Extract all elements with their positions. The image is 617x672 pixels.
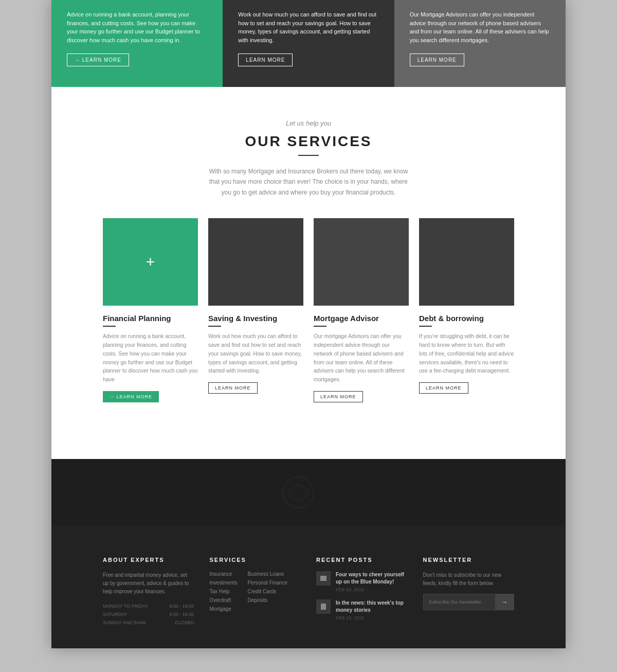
card4-title: Debt & borrowing bbox=[419, 314, 514, 323]
card2-title: Saving & Investing bbox=[208, 314, 303, 323]
services-divider bbox=[298, 155, 319, 156]
hours-time-3: CLOSED bbox=[175, 618, 194, 627]
card3-desc: Our mortgage Advisors can offer you inde… bbox=[314, 332, 409, 384]
banner-col2-text: Work out how much you can afford to save… bbox=[238, 10, 378, 44]
hours-time-2: 9:00 - 16:00 bbox=[169, 610, 194, 618]
plus-icon: + bbox=[146, 253, 155, 271]
page-wrapper: Advice on running a bank account, planni… bbox=[0, 0, 617, 672]
card-financial-planning: + Financial Planning Advice on running a… bbox=[103, 218, 198, 402]
main-section: Let us help you OUR SERVICES With so man… bbox=[51, 87, 566, 459]
service-link-mortgage[interactable]: Mortgage bbox=[210, 606, 238, 612]
footer-decoration bbox=[257, 472, 360, 513]
cards-grid: + Financial Planning Advice on running a… bbox=[103, 218, 514, 402]
newsletter-submit-btn[interactable]: → bbox=[495, 594, 514, 610]
card2-image bbox=[208, 218, 303, 306]
post-item-1: Four ways to cheer yourself up on the Bl… bbox=[316, 571, 408, 592]
footer-posts-title: RECENT POSTS bbox=[316, 557, 408, 563]
content-wrapper: Advice on running a bank account, planni… bbox=[51, 0, 566, 648]
footer-about-desc: Free and impartial money advice, set up … bbox=[103, 571, 194, 596]
hours-day-3: SUNDAY AND BANK bbox=[103, 618, 147, 627]
newsletter-input[interactable] bbox=[424, 594, 496, 610]
footer-services-links: Insurance Investments Tax Help Overdraft… bbox=[210, 571, 301, 615]
post1-icon-inner bbox=[320, 576, 326, 581]
post1-title[interactable]: Four ways to cheer yourself up on the Bl… bbox=[336, 571, 408, 586]
footer-hero bbox=[51, 459, 566, 526]
footer-hours: MONDAY TO FRIDAY 9:00 - 19:00 SATURDAY 9… bbox=[103, 602, 194, 627]
hours-time-1: 9:00 - 19:00 bbox=[169, 602, 194, 610]
card3-title: Mortgage Advisor bbox=[314, 314, 409, 323]
card4-desc: If you're struggling with debt, it can b… bbox=[419, 332, 514, 375]
post2-icon-inner bbox=[321, 604, 326, 610]
footer-cols: ABOUT EXPERTS Free and impartial money a… bbox=[103, 557, 514, 628]
footer-wrapper: ABOUT EXPERTS Free and impartial money a… bbox=[51, 459, 566, 648]
post1-icon bbox=[316, 571, 331, 586]
service-link-investments[interactable]: Investments bbox=[210, 580, 238, 586]
footer-newsletter-desc: Don't miss to subscribe to our new feeds… bbox=[423, 571, 515, 588]
footer-about-title: ABOUT EXPERTS bbox=[103, 557, 194, 563]
hours-day-2: SATURDAY bbox=[103, 610, 128, 618]
service-link-insurance[interactable]: Insurance bbox=[210, 571, 238, 577]
card3-divider bbox=[314, 326, 326, 327]
footer-services: SERVICES Insurance Investments Tax Help … bbox=[210, 557, 301, 628]
hours-row-3: SUNDAY AND BANK CLOSED bbox=[103, 618, 194, 627]
post2-date: FEB 20, 2015 bbox=[336, 615, 408, 621]
newsletter-form: → bbox=[423, 594, 515, 610]
services-header: Let us help you OUR SERVICES With so man… bbox=[103, 118, 514, 198]
card1-btn[interactable]: → LEARN MORE bbox=[103, 391, 159, 402]
post2-icon bbox=[316, 599, 331, 614]
banner-financial-planning: Advice on running a bank account, planni… bbox=[51, 0, 223, 87]
card-mortgage: Mortgage Advisor Our mortgage Advisors c… bbox=[314, 218, 409, 402]
card-debt: Debt & borrowing If you're struggling wi… bbox=[419, 218, 514, 402]
banner-col3-btn[interactable]: LEARN MORE bbox=[410, 54, 464, 66]
card-saving: Saving & Investing Work out how much you… bbox=[208, 218, 303, 402]
card2-divider bbox=[208, 326, 221, 327]
services-subtitle: Let us help you bbox=[206, 118, 411, 129]
card2-desc: Work out how much you can afford to save… bbox=[208, 332, 303, 375]
footer-recent-posts: RECENT POSTS Four ways to cheer yourself… bbox=[316, 557, 408, 628]
card4-btn[interactable]: LEARN MORE bbox=[419, 382, 468, 394]
hours-row-2: SATURDAY 9:00 - 16:00 bbox=[103, 610, 194, 618]
card4-image bbox=[419, 218, 514, 306]
card3-image bbox=[314, 218, 409, 306]
post-item-2: In the news: this week's top money stori… bbox=[316, 599, 408, 621]
top-banner: Advice on running a bank account, planni… bbox=[51, 0, 566, 87]
service-link-deposits[interactable]: Deposits bbox=[247, 597, 287, 603]
footer-about: ABOUT EXPERTS Free and impartial money a… bbox=[103, 557, 194, 628]
post1-content: Four ways to cheer yourself up on the Bl… bbox=[336, 571, 408, 592]
post1-date: FEB 20, 2015 bbox=[336, 587, 408, 592]
footer-services-title: SERVICES bbox=[210, 557, 301, 563]
footer-newsletter-title: NEWSLETTER bbox=[423, 557, 515, 563]
banner-col3-text: Our Mortgage Advisors can offer you inde… bbox=[410, 10, 550, 44]
footer-section: ABOUT EXPERTS Free and impartial money a… bbox=[51, 526, 566, 648]
service-link-personal[interactable]: Personal Finance bbox=[247, 580, 287, 586]
card4-divider bbox=[419, 326, 432, 327]
footer-services-col1: Insurance Investments Tax Help Overdraft… bbox=[210, 571, 238, 615]
card1-divider bbox=[103, 326, 116, 327]
card1-desc: Advice on running a bank account, planni… bbox=[103, 332, 198, 384]
card2-btn[interactable]: LEARN MORE bbox=[208, 382, 258, 394]
services-title: OUR SERVICES bbox=[103, 133, 514, 150]
service-link-overdraft[interactable]: Overdraft bbox=[210, 597, 238, 603]
footer-services-col2: Business Loans Personal Finance Credit C… bbox=[247, 571, 287, 615]
services-description: With so many Mortgage and Insurance Brok… bbox=[206, 166, 411, 198]
banner-mortgage: Our Mortgage Advisors can offer you inde… bbox=[394, 0, 566, 87]
hours-day-1: MONDAY TO FRIDAY bbox=[103, 602, 148, 610]
service-link-business[interactable]: Business Loans bbox=[247, 571, 287, 577]
hours-row-1: MONDAY TO FRIDAY 9:00 - 19:00 bbox=[103, 602, 194, 610]
post2-title[interactable]: In the news: this week's top money stori… bbox=[336, 599, 408, 614]
banner-saving: Work out how much you can afford to save… bbox=[223, 0, 394, 87]
svg-point-0 bbox=[283, 477, 314, 508]
banner-col2-btn[interactable]: LEARN MORE bbox=[238, 54, 293, 66]
banner-col1-btn[interactable]: → LEARN MORE bbox=[67, 54, 129, 66]
banner-col1-text: Advice on running a bank account, planni… bbox=[67, 10, 207, 44]
card3-btn[interactable]: LEARN MORE bbox=[314, 391, 363, 402]
footer-newsletter: NEWSLETTER Don't miss to subscribe to ou… bbox=[423, 557, 515, 628]
card1-title: Financial Planning bbox=[103, 314, 198, 323]
post2-content: In the news: this week's top money stori… bbox=[336, 599, 408, 621]
service-link-credit[interactable]: Credit Cards bbox=[247, 589, 287, 594]
card1-image: + bbox=[103, 218, 198, 306]
service-link-tax[interactable]: Tax Help bbox=[210, 589, 238, 594]
